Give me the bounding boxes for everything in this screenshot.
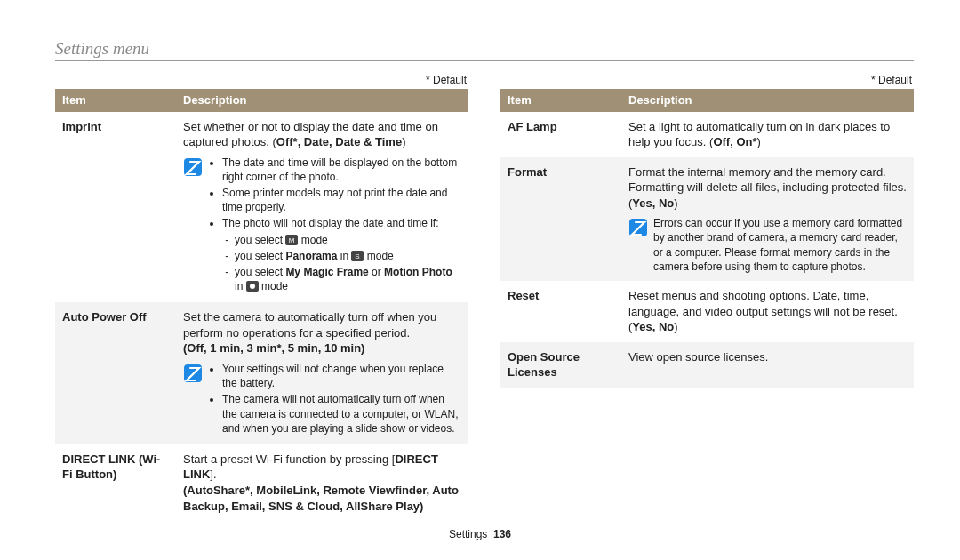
col-header-desc: Description: [176, 89, 468, 112]
col-header-desc: Description: [621, 89, 914, 112]
table-row: Auto Power Off Set the camera to automat…: [55, 302, 468, 444]
table-row: Open Source Licenses View open source li…: [500, 342, 914, 388]
desc-text: ): [402, 135, 405, 148]
default-note-right: * Default: [500, 74, 912, 86]
note-bullet: The camera will not automatically turn o…: [222, 392, 461, 436]
row-desc: Start a preset Wi-Fi function by pressin…: [176, 444, 468, 521]
row-item: Open Source Licenses: [500, 342, 621, 388]
row-desc: View open source licenses.: [621, 342, 914, 388]
info-icon: [628, 218, 648, 237]
row-desc: Set whether or not to display the date a…: [176, 112, 468, 303]
page-title: Settings menu: [55, 39, 914, 59]
row-item: Auto Power Off: [55, 302, 176, 444]
note-sub-bullet: you select Panorama in S mode: [235, 249, 461, 263]
desc-text: Start a preset Wi-Fi function by pressin…: [183, 452, 395, 466]
desc-text: Set the camera to automatically turn off…: [183, 309, 461, 340]
info-icon: [183, 157, 203, 177]
row-desc: Set the camera to automatically turn off…: [176, 302, 468, 444]
magic-mode-icon: [246, 281, 259, 292]
page-footer: Settings 136: [0, 528, 960, 540]
note-text: The photo will not display the date and …: [222, 217, 438, 229]
col-header-item: Item: [55, 89, 176, 112]
scene-mode-icon: S: [351, 251, 364, 261]
row-item: AF Lamp: [500, 112, 621, 157]
default-note-left: * Default: [55, 74, 467, 86]
table-row: Imprint Set whether or not to display th…: [55, 112, 468, 303]
settings-table-right: Item Description AF Lamp Set a light to …: [500, 89, 914, 388]
svg-text:M: M: [289, 236, 295, 244]
desc-opts: (AutoShare*, MobileLink, Remote Viewfind…: [183, 483, 461, 514]
note-body: Your settings will not change when you r…: [208, 362, 461, 437]
desc-opts: Off*, Date, Date & Time: [276, 135, 402, 148]
row-item: Format: [500, 157, 621, 281]
note-body: Errors can occur if you use a memory car…: [653, 216, 907, 274]
settings-table-left: Item Description Imprint Set whether or …: [55, 89, 468, 521]
footer-section: Settings: [449, 528, 487, 540]
row-item: DIRECT LINK (Wi-Fi Button): [55, 444, 176, 521]
desc-opts: (Off, 1 min, 3 min*, 5 min, 10 min): [183, 340, 461, 356]
right-column: * Default Item Description AF Lamp Set a…: [500, 70, 914, 521]
row-item: Imprint: [55, 112, 176, 303]
note-body: The date and time will be displayed on t…: [208, 156, 461, 296]
note-bullet: The photo will not display the date and …: [222, 216, 461, 293]
note-bullet: The date and time will be displayed on t…: [222, 156, 461, 184]
row-desc: Reset menus and shooting options. Date, …: [621, 281, 914, 342]
svg-point-6: [250, 284, 255, 289]
footer-page-number: 136: [493, 528, 511, 540]
note-bullet: Some printer models may not print the da…: [222, 186, 461, 214]
manual-mode-icon: M: [285, 235, 298, 245]
note-bullet: Your settings will not change when you r…: [222, 362, 461, 390]
table-row: Reset Reset menus and shooting options. …: [500, 281, 914, 342]
table-row: Format Format the internal memory and th…: [500, 157, 914, 281]
divider: [55, 60, 914, 61]
col-header-item: Item: [500, 89, 621, 112]
row-item: Reset: [500, 281, 621, 342]
note-sub-bullet: you select M mode: [235, 233, 461, 247]
left-column: * Default Item Description Imprint Set w…: [55, 70, 468, 521]
desc-text: ].: [210, 468, 216, 481]
svg-text:S: S: [356, 252, 360, 260]
row-desc: Format the internal memory and the memor…: [621, 157, 914, 281]
note-sub-bullet: you select My Magic Frame or Motion Phot…: [235, 265, 461, 293]
row-desc: Set a light to automatically turn on in …: [621, 112, 914, 157]
table-row: DIRECT LINK (Wi-Fi Button) Start a prese…: [55, 444, 468, 521]
info-icon: [183, 364, 203, 383]
table-row: AF Lamp Set a light to automatically tur…: [500, 112, 914, 157]
